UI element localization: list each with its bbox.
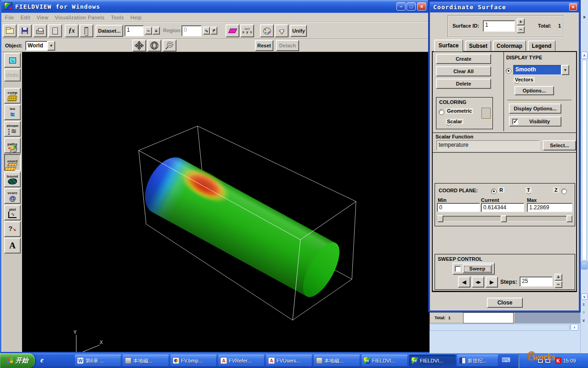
ime-keyboard-icon[interactable]: ⌨ [502, 356, 510, 363]
display-type-dropdown-icon[interactable]: ▼ [561, 65, 569, 75]
surface-id-input[interactable]: 1 [483, 20, 515, 32]
menu-visualization-panels[interactable]: Visualization Panels [55, 15, 104, 20]
scroll-up-icon[interactable]: ∧ [581, 52, 588, 59]
dialog-titlebar[interactable]: Coordinate Surface [430, 2, 579, 12]
rotate-mode-button[interactable] [147, 40, 161, 52]
region-prev-button[interactable]: ∿ [203, 27, 210, 34]
select-button[interactable]: Select... [543, 140, 576, 150]
sweep-back-icon[interactable]: ◀ [458, 276, 470, 288]
strip-plusminus-icon[interactable]: ± [582, 302, 585, 306]
reset-button[interactable]: Reset [255, 40, 273, 51]
coord-z-radio[interactable] [561, 189, 567, 194]
delete-button[interactable]: Delete [436, 79, 491, 89]
sweep-checkbox-icon[interactable] [455, 266, 461, 272]
slider-current-handle[interactable] [501, 215, 507, 222]
ie-quicklaunch-icon[interactable]: e [40, 356, 49, 364]
boundary-surface-button[interactable]: bound [4, 172, 21, 187]
clear-all-button[interactable]: Clear All [436, 66, 491, 76]
comp-surface-button[interactable]: comp [4, 88, 21, 104]
coord-r-radio[interactable] [491, 189, 497, 194]
dialog-close-button[interactable]: × [569, 3, 577, 11]
save-button[interactable] [18, 24, 32, 37]
pick-wand-button[interactable]: ➤ [275, 24, 288, 37]
streamlines-button[interactable]: stream≋ [4, 121, 21, 137]
slider-min-handle[interactable] [437, 215, 443, 222]
steps-plus-button[interactable]: + [554, 274, 562, 281]
visibility-checkbox-icon[interactable] [512, 119, 518, 125]
create-button[interactable]: Create [436, 54, 491, 64]
scalar-function-field[interactable]: temperature [436, 140, 539, 150]
scroll-thumb[interactable] [581, 261, 588, 270]
object-dropdown-button[interactable]: ▼ [47, 41, 55, 51]
unify-button[interactable]: Unify [290, 25, 307, 37]
max-input[interactable]: 1.22869 [527, 203, 572, 212]
network-icon[interactable] [537, 358, 543, 363]
dataset-plus-button[interactable]: + [153, 27, 160, 34]
sweep-forward-icon[interactable]: ▶ [486, 276, 498, 288]
region-next-button[interactable]: ↱ [210, 27, 217, 34]
menu-view[interactable]: View [37, 15, 49, 20]
surface-id-plus-button[interactable]: + [517, 18, 525, 25]
taskbar-item[interactable]: 本地磁... [314, 355, 360, 367]
zoom-mode-button[interactable] [163, 40, 176, 52]
iso-surface-button[interactable]: iso≈ [4, 104, 21, 120]
translate-mode-button[interactable] [132, 40, 146, 52]
taskbar-item[interactable]: W 第6章 ... [75, 355, 121, 367]
annotation-button[interactable]: A [4, 238, 21, 253]
menu-edit[interactable]: Edit [21, 15, 30, 20]
plot-button[interactable]: plot∿ [4, 205, 21, 220]
panel-close-icon[interactable]: × [583, 15, 586, 20]
taskbar-item[interactable]: 新世纪... [457, 355, 498, 367]
options-button[interactable]: Options... [514, 86, 554, 95]
taskbar-item[interactable]: A FVUsers... [266, 355, 312, 367]
tab-surface[interactable]: Surface [434, 40, 463, 52]
start-button[interactable]: 开始 [0, 353, 35, 368]
status-input[interactable] [463, 312, 514, 323]
taskbar-item[interactable]: FV FIELDVI... [362, 355, 408, 367]
smooth-radio[interactable] [506, 68, 511, 74]
print-button[interactable] [33, 24, 47, 37]
steps-input[interactable]: 25 [520, 276, 553, 287]
colormap-button[interactable] [79, 24, 93, 37]
menu-tools[interactable]: Tools [111, 15, 124, 20]
network-icon[interactable] [545, 358, 551, 363]
taskbar-item-active[interactable]: FV FIELDVI... [409, 355, 456, 367]
taskbar-item[interactable]: A FVRefer... [218, 355, 265, 367]
visibility-toggle[interactable]: Visibility [509, 116, 561, 126]
taskbar-item[interactable]: FV.bmp... [170, 355, 217, 367]
slider-max-handle[interactable] [566, 215, 572, 222]
geometric-radio[interactable] [439, 109, 444, 115]
close-button[interactable]: × [417, 2, 426, 11]
graphics-viewport[interactable]: Y X [22, 52, 430, 352]
axes-tool-button[interactable]: ◁→▯x y z [240, 24, 254, 37]
display-type-combobox[interactable]: Smooth [513, 65, 561, 75]
object-combobox[interactable]: World [25, 41, 47, 51]
geometric-color-swatch[interactable] [481, 108, 491, 119]
menu-help[interactable]: Help [130, 15, 142, 20]
dialog-close-action-button[interactable]: Close [487, 298, 523, 308]
strip-circle-icon[interactable]: ○ [582, 310, 585, 315]
tab-legend[interactable]: Legend [528, 40, 555, 51]
scroll-track[interactable] [582, 60, 587, 260]
strip-yen-icon[interactable]: ¥ [582, 318, 585, 323]
report-button[interactable] [48, 24, 62, 37]
dataset-input[interactable]: 1 [124, 25, 144, 36]
surface-id-minus-button[interactable]: − [517, 26, 525, 33]
current-input[interactable]: 0.614344 [481, 203, 524, 212]
palette-button[interactable] [260, 24, 274, 37]
fit-view-button[interactable] [226, 24, 239, 37]
sweep-button[interactable]: Sweep [463, 264, 492, 273]
minimize-button[interactable]: – [396, 2, 406, 11]
particle-paths-button[interactable]: paths [4, 138, 21, 153]
dataset-button[interactable]: Dataset... [96, 25, 123, 37]
taskbar-item[interactable]: 本地磁... [123, 355, 169, 367]
tab-colormap[interactable]: Colormap [493, 40, 526, 51]
h-scroll-right-icon[interactable]: › [571, 324, 578, 331]
min-input[interactable]: 0 [437, 203, 480, 212]
tab-subset[interactable]: Subset [465, 40, 491, 51]
pick-tool-button[interactable]: ↘ [4, 53, 21, 68]
h-scrollbar-track[interactable] [430, 324, 570, 331]
function-button[interactable]: ƒx [65, 24, 79, 37]
maximize-button[interactable]: □ [407, 2, 416, 11]
vortex-core-button[interactable]: vcore@ [4, 188, 21, 204]
